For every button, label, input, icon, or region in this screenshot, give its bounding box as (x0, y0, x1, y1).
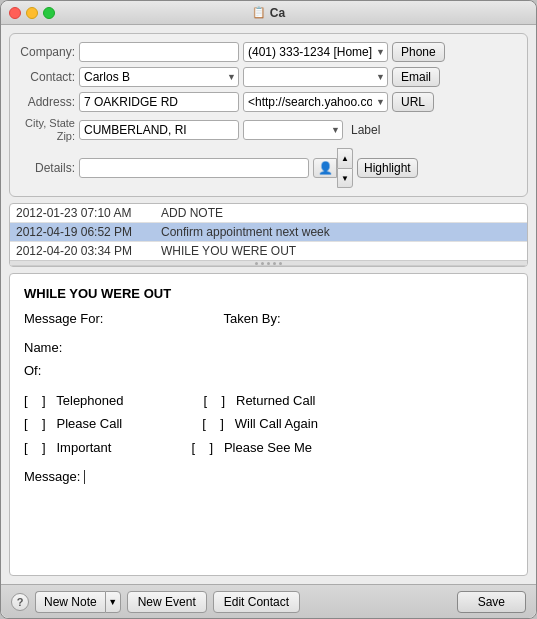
email-button[interactable]: Email (392, 67, 440, 87)
notes-table: 2012-01-23 07:10 AM ADD NOTE 2012-04-19 … (10, 204, 527, 260)
company-row: Company: (401) 333-1234 [Home] ▼ Phone (20, 42, 517, 62)
contact-label: Contact: (20, 70, 75, 84)
close-button[interactable] (9, 7, 21, 19)
note-text: ADD NOTE (155, 204, 527, 223)
traffic-lights (9, 7, 55, 19)
title-text: Ca (270, 6, 285, 20)
check-row-3: [ ] Important [ ] Please See Me (24, 436, 513, 459)
footer: ? New Note ▼ New Event Edit Contact Save (1, 584, 536, 618)
contact-row: Contact: Carlos B ▼ ▼ Email (20, 67, 517, 87)
message-for-label: Message For: (24, 309, 103, 330)
check-row-1: [ ] Telephoned [ ] Returned Call (24, 389, 513, 412)
new-event-button[interactable]: New Event (127, 591, 207, 613)
contact-form: Company: (401) 333-1234 [Home] ▼ Phone C… (9, 33, 528, 197)
new-note-button[interactable]: New Note (35, 591, 105, 613)
resize-dots (249, 262, 289, 265)
zip-select[interactable] (246, 121, 329, 139)
note-body: Name: Of: [ ] Telephoned [ ] Returned Ca… (24, 336, 513, 488)
table-row[interactable]: 2012-04-20 03:34 PM WHILE YOU WERE OUT (10, 242, 527, 261)
details-row: Details: 👤 ▲ ▼ Highlight (20, 148, 517, 188)
note-detail-area[interactable]: WHILE YOU WERE OUT Message For: Taken By… (9, 273, 528, 576)
contact-select[interactable]: Carlos B (82, 68, 225, 86)
citystate-row: City, StateZip: ▼ Label (20, 117, 517, 143)
new-note-dropdown-arrow[interactable]: ▼ (105, 591, 121, 613)
window-title: 📋 Ca (252, 6, 285, 20)
contact-select-arrow: ▼ (227, 72, 236, 82)
person-icon-button[interactable]: 👤 (313, 158, 337, 178)
company-label: Company: (20, 45, 75, 59)
address-label: Address: (20, 95, 75, 109)
highlight-button[interactable]: Highlight (357, 158, 418, 178)
stepper-up[interactable]: ▲ (337, 148, 353, 168)
note-date: 2012-04-19 06:52 PM (10, 223, 155, 242)
note-text: Confirm appointment next week (155, 223, 527, 242)
new-note-split-button: New Note ▼ (35, 591, 121, 613)
contact-detail-select[interactable] (246, 68, 374, 86)
stepper-group: ▲ ▼ (337, 148, 353, 188)
message-line: Message: (24, 465, 513, 488)
address-input[interactable] (79, 92, 239, 112)
address-row: Address: <http://search.yahoo.cor ▼ URL (20, 92, 517, 112)
table-row[interactable]: 2012-01-23 07:10 AM ADD NOTE (10, 204, 527, 223)
name-line: Name: (24, 336, 513, 359)
url-select[interactable]: <http://search.yahoo.cor (246, 93, 374, 111)
app-window: 📋 Ca Company: (401) 333-1234 [Home] ▼ Ph… (0, 0, 537, 619)
titlebar: 📋 Ca (1, 1, 536, 25)
notes-list-section: 2012-01-23 07:10 AM ADD NOTE 2012-04-19 … (9, 203, 528, 267)
phone-select[interactable]: (401) 333-1234 [Home] (246, 43, 374, 61)
resize-handle[interactable] (10, 260, 527, 266)
details-input[interactable] (79, 158, 309, 178)
save-button[interactable]: Save (457, 591, 526, 613)
zip-select-arrow: ▼ (331, 125, 340, 135)
contact-detail-arrow: ▼ (376, 72, 385, 82)
url-select-arrow: ▼ (376, 97, 385, 107)
maximize-button[interactable] (43, 7, 55, 19)
edit-contact-button[interactable]: Edit Contact (213, 591, 300, 613)
of-line: Of: (24, 359, 513, 382)
label-text: Label (347, 123, 380, 137)
minimize-button[interactable] (26, 7, 38, 19)
company-input[interactable] (79, 42, 239, 62)
note-detail-title: WHILE YOU WERE OUT (24, 284, 513, 305)
url-button[interactable]: URL (392, 92, 434, 112)
footer-left: ? New Note ▼ New Event Edit Contact (11, 591, 300, 613)
details-icon-stepper: 👤 ▲ ▼ (313, 148, 353, 188)
note-date: 2012-04-20 03:34 PM (10, 242, 155, 261)
text-cursor (84, 470, 85, 484)
note-date: 2012-01-23 07:10 AM (10, 204, 155, 223)
citystate-label: City, StateZip: (20, 117, 75, 143)
phone-button[interactable]: Phone (392, 42, 445, 62)
phone-select-arrow: ▼ (376, 47, 385, 57)
details-label: Details: (20, 161, 75, 175)
note-header-row: Message For: Taken By: (24, 309, 513, 330)
title-icon: 📋 (252, 6, 266, 19)
table-row[interactable]: 2012-04-19 06:52 PM Confirm appointment … (10, 223, 527, 242)
main-content: Company: (401) 333-1234 [Home] ▼ Phone C… (1, 25, 536, 584)
help-button[interactable]: ? (11, 593, 29, 611)
stepper-down[interactable]: ▼ (337, 168, 353, 188)
taken-by-label: Taken By: (223, 309, 280, 330)
note-text: WHILE YOU WERE OUT (155, 242, 527, 261)
citystate-input[interactable] (79, 120, 239, 140)
check-row-2: [ ] Please Call [ ] Will Call Again (24, 412, 513, 435)
